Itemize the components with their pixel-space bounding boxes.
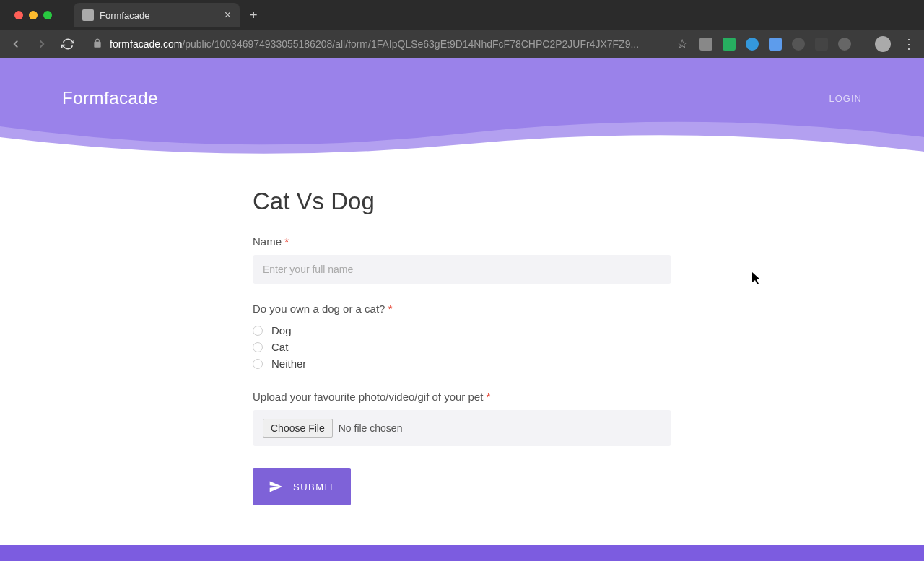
submit-button[interactable]: SUBMIT <box>253 468 351 505</box>
tab-bar: Formfacade × + <box>0 0 924 30</box>
form-container: Cat Vs Dog Name * Do you own a dog or a … <box>253 188 671 505</box>
radio-icon <box>253 326 263 336</box>
file-upload[interactable]: Choose File No file chosen <box>253 410 671 446</box>
radio-icon <box>253 359 263 369</box>
radio-icon <box>253 342 263 352</box>
radio-option-dog[interactable]: Dog <box>253 322 671 339</box>
name-input[interactable] <box>253 255 671 284</box>
traffic-lights <box>7 11 59 19</box>
extension-icon[interactable] <box>792 38 805 51</box>
browser-chrome: Formfacade × + formfacade.com/public/100… <box>0 0 924 58</box>
menu-icon[interactable]: ⋮ <box>902 36 915 52</box>
star-icon[interactable]: ☆ <box>676 36 688 52</box>
brand-logo[interactable]: Formfacade <box>62 88 158 108</box>
url-bar: formfacade.com/public/100346974933055186… <box>0 30 924 58</box>
back-icon[interactable] <box>9 38 23 51</box>
radio-label: Dog <box>271 324 292 336</box>
required-indicator: * <box>487 391 491 403</box>
pet-question-label: Do you own a dog or a cat? * <box>253 303 671 315</box>
window-minimize-button[interactable] <box>29 11 38 19</box>
extension-icon[interactable] <box>769 38 782 51</box>
page-content: Formfacade LOGIN Cat Vs Dog Name * Do yo… <box>0 58 924 561</box>
browser-tab[interactable]: Formfacade × <box>74 3 240 27</box>
tab-title: Formfacade <box>100 10 219 21</box>
login-link[interactable]: LOGIN <box>829 93 862 104</box>
radio-label: Cat <box>271 341 288 353</box>
extension-icon[interactable] <box>838 38 851 51</box>
extensions <box>699 38 851 51</box>
url-field[interactable]: formfacade.com/public/100346974933055186… <box>87 38 665 51</box>
cursor-icon <box>752 272 762 288</box>
name-label: Name * <box>253 235 671 248</box>
radio-group-pet: Dog Cat Neither <box>253 322 671 372</box>
file-status: No file chosen <box>339 422 403 434</box>
lock-icon <box>92 38 103 51</box>
page-header: Formfacade LOGIN <box>0 58 924 108</box>
window-close-button[interactable] <box>14 11 23 19</box>
required-indicator: * <box>388 303 393 315</box>
required-indicator: * <box>284 235 289 248</box>
extension-icon[interactable] <box>815 38 828 51</box>
footer-bar <box>0 545 924 561</box>
extension-icon[interactable] <box>699 38 712 51</box>
profile-avatar[interactable] <box>875 36 891 52</box>
close-icon[interactable]: × <box>225 9 231 22</box>
send-icon <box>269 479 283 494</box>
forward-icon[interactable] <box>35 38 49 51</box>
upload-label: Upload your favourite photo/video/gif of… <box>253 391 671 403</box>
window-maximize-button[interactable] <box>43 11 52 19</box>
radio-option-cat[interactable]: Cat <box>253 339 671 355</box>
radio-label: Neither <box>271 357 306 370</box>
form-title: Cat Vs Dog <box>253 188 671 215</box>
url-text: formfacade.com/public/100346974933055186… <box>110 38 639 50</box>
choose-file-button[interactable]: Choose File <box>263 419 333 438</box>
radio-option-neither[interactable]: Neither <box>253 355 671 372</box>
reload-icon[interactable] <box>61 38 75 51</box>
favicon-icon <box>82 9 94 21</box>
new-tab-button[interactable]: + <box>250 8 258 23</box>
extension-icon[interactable] <box>746 38 759 51</box>
extension-icon[interactable] <box>723 38 736 51</box>
submit-label: SUBMIT <box>293 482 335 492</box>
